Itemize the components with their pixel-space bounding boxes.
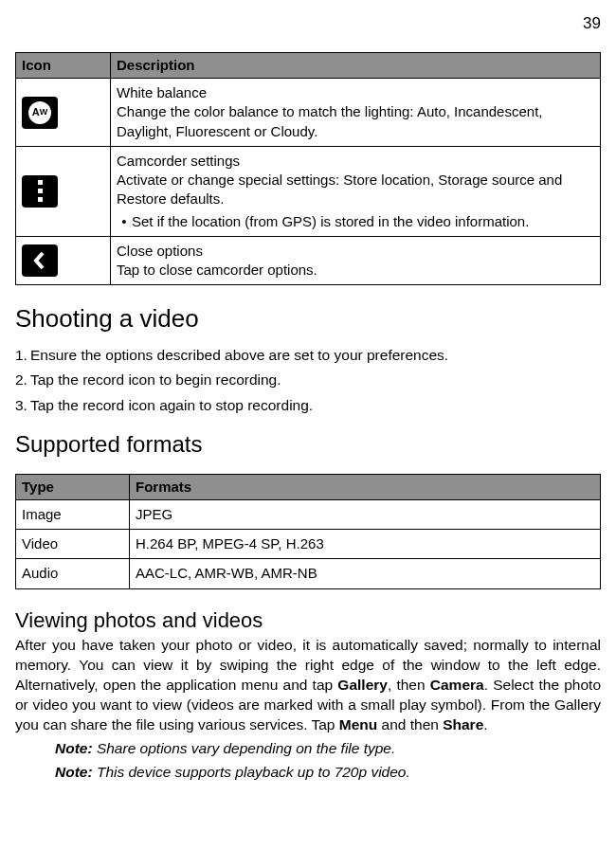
bold-share: Share — [443, 716, 483, 732]
cell-formats: H.264 BP, MPEG-4 SP, H.263 — [130, 530, 601, 559]
bold-menu: Menu — [339, 716, 377, 732]
col-header-type: Type — [16, 474, 130, 499]
list-item: 1.Ensure the options described above are… — [15, 346, 601, 366]
cell-type: Video — [16, 530, 130, 559]
icon-description-table: Icon Description AW White balance Change… — [15, 52, 601, 286]
table-row: Camcorder settings Activate or change sp… — [16, 146, 601, 236]
table-row: Image JPEG — [16, 499, 601, 529]
row-body: Tap to close camcorder options. — [117, 261, 594, 280]
close-options-icon — [22, 244, 58, 277]
note-2: Note: This device supports playback up t… — [55, 763, 601, 783]
white-balance-icon: AW — [22, 97, 58, 129]
row-title: Close options — [117, 242, 594, 261]
page-number: 39 — [15, 13, 601, 35]
table-row: AW White balance Change the color balanc… — [16, 79, 601, 147]
row-title: White balance — [117, 83, 594, 102]
cell-formats: AAC-LC, AMR-WB, AMR-NB — [130, 559, 601, 588]
row-bullet: •Set if the location (from GPS) is store… — [117, 212, 594, 231]
table-row: Audio AAC-LC, AMR-WB, AMR-NB — [16, 559, 601, 588]
supported-formats-table: Type Formats Image JPEG Video H.264 BP, … — [15, 474, 601, 589]
row-body: Change the color balance to match the li… — [117, 102, 594, 141]
row-title: Camcorder settings — [117, 152, 594, 171]
cell-type: Audio — [16, 559, 130, 588]
table-row: Video H.264 BP, MPEG-4 SP, H.263 — [16, 530, 601, 559]
col-header-icon: Icon — [16, 52, 111, 78]
heading-viewing: Viewing photos and videos — [15, 606, 601, 635]
col-header-formats: Formats — [130, 474, 601, 499]
camcorder-settings-icon — [22, 175, 58, 208]
cell-formats: JPEG — [130, 499, 601, 529]
cell-type: Image — [16, 499, 130, 529]
table-row: Close options Tap to close camcorder opt… — [16, 236, 601, 285]
list-item: 2.Tap the record icon to begin recording… — [15, 371, 601, 390]
bold-gallery: Gallery — [337, 677, 388, 693]
note-1: Note: Share options vary depending on th… — [55, 739, 601, 759]
heading-shooting-video: Shooting a video — [15, 302, 601, 335]
shooting-steps: 1.Ensure the options described above are… — [15, 346, 601, 417]
bold-camera: Camera — [430, 677, 484, 693]
viewing-paragraph: After you have taken your photo or video… — [15, 636, 601, 735]
row-body: Activate or change special settings: Sto… — [117, 171, 594, 209]
heading-supported-formats: Supported formats — [15, 429, 601, 460]
list-item: 3.Tap the record icon again to stop reco… — [15, 396, 601, 416]
col-header-description: Description — [111, 52, 601, 78]
